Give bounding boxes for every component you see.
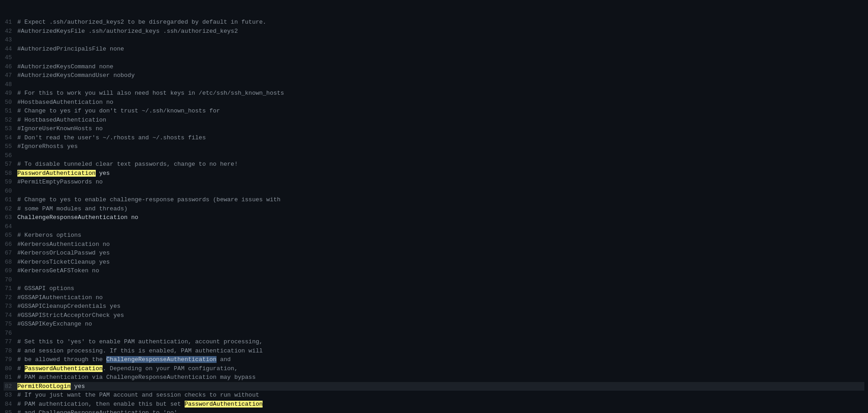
line-72: 72#GSSAPIAuthentication no <box>4 293 864 302</box>
line-text: #PermitEmptyPasswords no <box>17 178 103 187</box>
line-82: 82PermitRootLogin yes <box>4 382 864 391</box>
line-number: 49 <box>4 89 17 98</box>
line-number: 45 <box>4 53 17 62</box>
line-83: 83# If you just want the PAM account and… <box>4 391 864 400</box>
line-66: 66#KerberosAuthentication no <box>4 240 864 249</box>
line-text: # PasswordAuthentication. Depending on y… <box>17 364 238 373</box>
line-text: #KerberosTicketCleanup yes <box>17 258 110 267</box>
line-number: 47 <box>4 71 17 80</box>
line-text: # Set this to 'yes' to enable PAM authen… <box>17 337 263 347</box>
line-number: 70 <box>4 275 17 285</box>
line-69: 69#KerberosGetAFSToken no <box>4 266 864 275</box>
code-editor: 41# Expect .ssh/authorized_keys2 to be d… <box>0 0 868 413</box>
line-text: #GSSAPIKeyExchange no <box>17 320 92 329</box>
line-57: 57# To disable tunneled clear text passw… <box>4 160 864 169</box>
line-text: #AuthorizedKeysCommandUser nobody <box>17 71 134 80</box>
line-text: #KerberosOrLocalPasswd yes <box>17 249 110 258</box>
line-text: ChallengeResponseAuthentication no <box>17 213 138 222</box>
line-text: # To disable tunneled clear text passwor… <box>17 160 238 169</box>
line-number: 69 <box>4 266 17 275</box>
line-text: PasswordAuthentication yes <box>17 169 110 178</box>
line-text: #AuthorizedPrincipalsFile none <box>17 45 124 54</box>
line-41: 41# Expect .ssh/authorized_keys2 to be d… <box>4 18 864 27</box>
line-70: 70 <box>4 275 864 285</box>
line-text: # PAM authentication via ChallengeRespon… <box>17 373 256 382</box>
line-text: #GSSAPIAuthentication no <box>17 293 103 302</box>
line-text: #IgnoreUserKnownHosts no <box>17 124 103 133</box>
line-63: 63ChallengeResponseAuthentication no <box>4 213 864 222</box>
line-text: # and session processing. If this is ena… <box>17 347 263 356</box>
line-75: 75#GSSAPIKeyExchange no <box>4 320 864 329</box>
line-73: 73#GSSAPICleanupCredentials yes <box>4 302 864 311</box>
line-number: 63 <box>4 213 17 222</box>
line-text: # Kerberos options <box>17 231 81 240</box>
line-43: 43 <box>4 36 864 45</box>
line-text: # GSSAPI options <box>17 284 74 293</box>
line-55: 55#IgnoreRhosts yes <box>4 142 864 151</box>
line-56: 56 <box>4 151 864 160</box>
line-78: 78# and session processing. If this is e… <box>4 347 864 356</box>
line-number: 64 <box>4 222 17 231</box>
line-number: 79 <box>4 355 17 364</box>
line-64: 64 <box>4 222 864 231</box>
line-number: 57 <box>4 160 17 169</box>
line-number: 46 <box>4 62 17 71</box>
line-number: 72 <box>4 293 17 302</box>
line-number: 65 <box>4 231 17 240</box>
line-number: 68 <box>4 258 17 267</box>
line-number: 59 <box>4 178 17 187</box>
line-68: 68#KerberosTicketCleanup yes <box>4 258 864 267</box>
line-number: 51 <box>4 107 17 116</box>
line-77: 77# Set this to 'yes' to enable PAM auth… <box>4 337 864 347</box>
line-text: # Change to yes if you don't trust ~/.ss… <box>17 107 220 116</box>
line-67: 67#KerberosOrLocalPasswd yes <box>4 249 864 258</box>
line-number: 66 <box>4 240 17 249</box>
line-76: 76 <box>4 329 864 338</box>
line-text: # be allowed through the ChallengeRespon… <box>17 355 231 364</box>
line-text: # If you just want the PAM account and s… <box>17 391 259 400</box>
line-62: 62# some PAM modules and threads) <box>4 204 864 214</box>
line-number: 67 <box>4 249 17 258</box>
line-text: #KerberosGetAFSToken no <box>17 266 99 275</box>
line-text: # PAM authentication, then enable this b… <box>17 400 263 409</box>
line-51: 51# Change to yes if you don't trust ~/.… <box>4 107 864 116</box>
line-number: 82 <box>4 382 17 391</box>
line-number: 42 <box>4 27 17 36</box>
line-number: 71 <box>4 284 17 293</box>
line-text: # and ChallengeResponseAuthentication to… <box>17 408 181 413</box>
code-lines[interactable]: 41# Expect .ssh/authorized_keys2 to be d… <box>0 0 868 413</box>
line-number: 43 <box>4 36 17 45</box>
line-text: #GSSAPICleanupCredentials yes <box>17 302 120 311</box>
line-number: 78 <box>4 347 17 356</box>
line-number: 56 <box>4 151 17 160</box>
line-number: 62 <box>4 204 17 214</box>
line-number: 58 <box>4 169 17 178</box>
line-text: #HostbasedAuthentication no <box>17 98 114 107</box>
line-65: 65# Kerberos options <box>4 231 864 240</box>
line-text: # For this to work you will also need ho… <box>17 89 284 98</box>
line-79: 79# be allowed through the ChallengeResp… <box>4 355 864 364</box>
line-58: 58PasswordAuthentication yes <box>4 169 864 178</box>
line-number: 74 <box>4 311 17 320</box>
line-85: 85# and ChallengeResponseAuthentication … <box>4 408 864 413</box>
line-46: 46#AuthorizedKeysCommand none <box>4 62 864 71</box>
line-number: 84 <box>4 400 17 409</box>
line-text: PermitRootLogin yes <box>17 382 85 391</box>
line-44: 44#AuthorizedPrincipalsFile none <box>4 45 864 54</box>
line-74: 74#GSSAPIStrictAcceptorCheck yes <box>4 311 864 320</box>
line-number: 48 <box>4 80 17 89</box>
line-49: 49# For this to work you will also need … <box>4 89 864 98</box>
line-number: 55 <box>4 142 17 151</box>
line-number: 52 <box>4 116 17 125</box>
line-53: 53#IgnoreUserKnownHosts no <box>4 124 864 133</box>
line-47: 47#AuthorizedKeysCommandUser nobody <box>4 71 864 80</box>
line-number: 53 <box>4 124 17 133</box>
code-container: 41# Expect .ssh/authorized_keys2 to be d… <box>0 0 868 413</box>
line-number: 41 <box>4 18 17 27</box>
line-60: 60 <box>4 187 864 196</box>
line-text: #KerberosAuthentication no <box>17 240 110 249</box>
line-50: 50#HostbasedAuthentication no <box>4 98 864 107</box>
line-number: 61 <box>4 195 17 204</box>
line-48: 48 <box>4 80 864 89</box>
line-80: 80# PasswordAuthentication. Depending on… <box>4 364 864 373</box>
